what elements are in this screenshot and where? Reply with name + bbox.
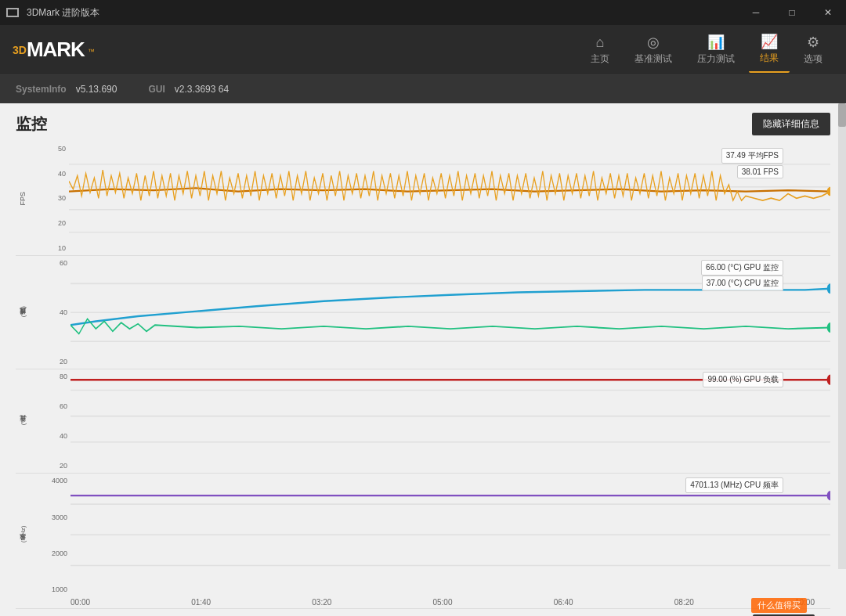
temp-y-axis-title: 摄氏温度 (°C) xyxy=(16,256,31,369)
load-y-axis-title: 百分比 (%) xyxy=(16,369,31,473)
top-nav: 3D MARK ™ ⌂ 主页 ◎ 基准测试 📊 压力测试 📈 结果 ⚙ xyxy=(0,25,846,75)
temp-chart-canvas: 66.00 (°C) GPU 监控 37.00 (°C) CPU 监控 xyxy=(70,256,830,369)
home-icon: ⌂ xyxy=(596,34,605,51)
svg-point-13 xyxy=(827,375,830,385)
freq-y-axis-title: 频率 (MHz) xyxy=(16,474,31,596)
title-bar-controls: ─ □ ✕ xyxy=(738,0,846,25)
benchmark-icon: ◎ xyxy=(647,34,660,51)
nav-item-home[interactable]: ⌂ 主页 xyxy=(580,28,620,72)
svg-point-8 xyxy=(827,283,830,294)
nav-item-settings[interactable]: ⚙ 选项 xyxy=(793,27,833,72)
nav-item-results[interactable]: 📈 结果 xyxy=(749,27,790,73)
settings-icon: ⚙ xyxy=(807,34,819,51)
load-y-axis-wrapper: 百分比 (%) 80 60 40 20 xyxy=(16,369,70,473)
svg-point-9 xyxy=(827,322,830,333)
scrollbar[interactable] xyxy=(838,103,846,569)
main-content: 监控 隐藏详细信息 FPS 50 40 30 20 10 xyxy=(0,103,846,616)
monitor-section: 监控 隐藏详细信息 FPS 50 40 30 20 10 xyxy=(0,103,846,616)
nav-label-benchmark: 基准测试 xyxy=(634,52,672,66)
fps-chart-canvas: 37.49 平均FPS 38.01 FPS xyxy=(69,142,830,255)
svg-point-4 xyxy=(827,187,830,196)
svg-point-17 xyxy=(827,491,830,501)
freq-chart-canvas: 4701.13 (MHz) CPU 频率 xyxy=(70,474,830,596)
temp-chart-row: 摄氏温度 (°C) 60 40 20 xyxy=(16,256,830,370)
logo-3d: 3D xyxy=(13,45,27,56)
sysinfo-label: SystemInfo xyxy=(16,84,67,95)
freq-chart-row: 频率 (MHz) 4000 3000 2000 1000 xyxy=(16,474,830,596)
load-y-ticks: 80 60 40 20 xyxy=(31,369,70,473)
fps-y-axis-wrapper: FPS 50 40 30 20 10 xyxy=(16,142,69,255)
close-button[interactable]: ✕ xyxy=(810,0,846,25)
cpu-freq-label: 4701.13 (MHz) CPU 频率 xyxy=(685,477,783,493)
freq-y-ticks: 4000 3000 2000 1000 xyxy=(31,474,70,596)
nav-item-benchmark[interactable]: ◎ 基准测试 xyxy=(624,27,683,72)
stress-icon: 📊 xyxy=(707,34,725,51)
nav-label-home: 主页 xyxy=(591,52,609,66)
title-icon xyxy=(6,8,19,17)
gui-value: v2.3.3693 64 xyxy=(175,84,229,95)
fps-y-ticks: 50 40 30 20 10 xyxy=(30,142,69,255)
legend-bar: FPS 平均FPS CPU 监控 (°C) GPU 监控 (°C) GPU 负载… xyxy=(16,608,830,616)
gui-item: GUI v2.3.3693 64 xyxy=(148,84,229,95)
gpu-temp-label: 66.00 (°C) GPU 监控 xyxy=(701,260,783,276)
hide-details-button[interactable]: 隐藏详细信息 xyxy=(752,113,830,135)
sysinfo-item: SystemInfo v5.13.690 xyxy=(16,84,117,95)
watermark: 什么值得买 xyxy=(751,598,807,613)
title-bar: 3DMark 进阶版本 ─ □ ✕ xyxy=(0,0,846,25)
results-icon: 📈 xyxy=(761,33,778,50)
info-bar: SystemInfo v5.13.690 GUI v2.3.3693 64 xyxy=(0,75,846,103)
fps-chart-row: FPS 50 40 30 20 10 xyxy=(16,142,830,256)
load-chart-row: 百分比 (%) 80 60 40 20 xyxy=(16,369,830,474)
temp-y-ticks: 60 40 20 xyxy=(31,256,70,369)
logo-mark: MARK xyxy=(27,38,85,62)
fps-y-axis-title: FPS xyxy=(16,142,30,255)
nav-label-settings: 选项 xyxy=(804,52,822,66)
fps-svg xyxy=(69,142,830,255)
section-title: 监控 xyxy=(16,113,47,135)
gui-label: GUI xyxy=(148,84,164,95)
sysinfo-value: v5.13.690 xyxy=(76,84,118,95)
time-axis: 00:00 01:40 03:20 05:00 06:40 08:20 10:0… xyxy=(16,596,830,608)
app-window: 3DMark 进阶版本 ─ □ ✕ 3D MARK ™ ⌂ 主页 ◎ 基准测试 … xyxy=(0,0,846,616)
nav-items: ⌂ 主页 ◎ 基准测试 📊 压力测试 📈 结果 ⚙ 选项 xyxy=(580,27,833,73)
nav-label-stress: 压力测试 xyxy=(697,52,735,66)
temp-y-axis-wrapper: 摄氏温度 (°C) 60 40 20 xyxy=(16,256,70,369)
section-header: 监控 隐藏详细信息 xyxy=(16,113,830,135)
freq-y-axis-wrapper: 频率 (MHz) 4000 3000 2000 1000 xyxy=(16,474,70,596)
logo-trademark: ™ xyxy=(88,48,95,56)
title-bar-text: 3DMark 进阶版本 xyxy=(27,6,99,20)
nav-label-results: 结果 xyxy=(760,52,779,65)
nav-item-stress[interactable]: 📊 压力测试 xyxy=(686,27,746,72)
minimize-button[interactable]: ─ xyxy=(738,0,774,25)
cpu-temp-label: 37.00 (°C) CPU 监控 xyxy=(702,276,783,291)
load-chart-canvas: 99.00 (%) GPU 负载 xyxy=(70,369,830,473)
maximize-button[interactable]: □ xyxy=(774,0,810,25)
scrollbar-thumb[interactable] xyxy=(838,103,846,127)
charts-area: FPS 50 40 30 20 10 xyxy=(16,142,830,596)
fps-current-label: 38.01 FPS xyxy=(737,165,783,178)
logo-area: 3D MARK ™ xyxy=(13,38,95,62)
fps-avg-label: 37.49 平均FPS xyxy=(721,148,783,164)
gpu-load-label: 99.00 (%) GPU 负载 xyxy=(703,372,783,387)
